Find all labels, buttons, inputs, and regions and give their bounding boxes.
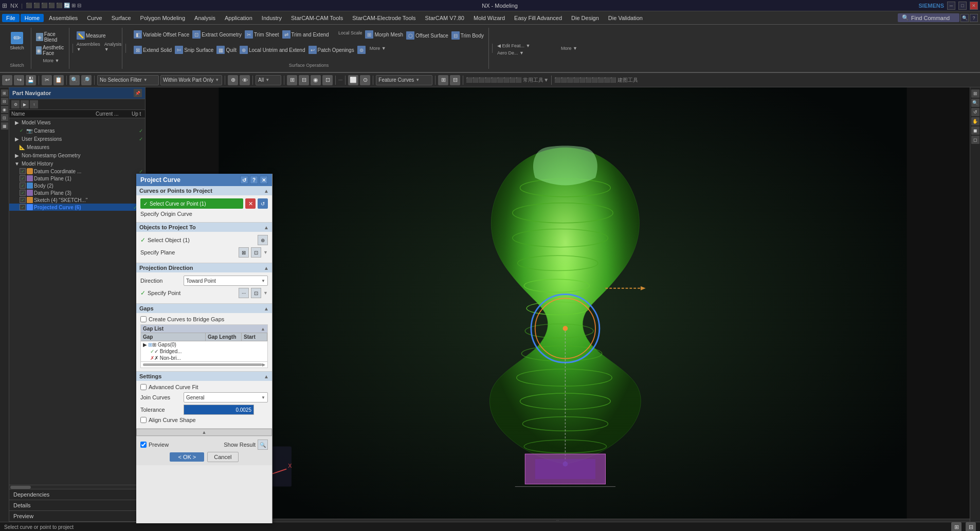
tb-undo[interactable]: ↩ xyxy=(2,75,12,85)
btn-assemblies[interactable]: Assemblies ▼ xyxy=(75,41,102,52)
nav-pin-btn[interactable]: 📌 xyxy=(134,89,142,97)
cycle-curve-btn[interactable]: ↺ xyxy=(258,198,268,209)
btn-measure[interactable]: 📏 Measure xyxy=(75,31,123,40)
tb-icon-7[interactable]: ⊞ xyxy=(438,75,448,85)
menu-item-die-design[interactable]: Die Design xyxy=(567,14,603,22)
tb-icon-4[interactable]: ⊡ xyxy=(322,75,333,85)
nav-item-datum-coord[interactable]: ✓ Datum Coordinate ... ✓ xyxy=(9,168,145,175)
side-btn-2[interactable]: ⊟ xyxy=(1,98,8,105)
align-curve-checkbox[interactable] xyxy=(140,417,147,423)
vp-tb-view2[interactable]: ◻ xyxy=(971,136,979,144)
nav-scrollbar-h[interactable] xyxy=(9,485,145,489)
nav-item-body-2[interactable]: ✓ Body (2) ✓ xyxy=(9,182,145,189)
nav-item-datum-plane-1[interactable]: ✓ Datum Plane (1) ✓ xyxy=(9,175,145,182)
menu-item-industry[interactable]: Industry xyxy=(258,14,286,22)
btn-trim-body[interactable]: ⊠ Extend Solid xyxy=(132,45,173,54)
advanced-curve-fit-label[interactable]: Advanced Curve Fit xyxy=(140,384,198,390)
menu-item-starcam-elec[interactable]: StarCAM-Electrode Tools xyxy=(348,14,420,22)
status-icon-2[interactable]: ⊟ xyxy=(966,522,976,532)
side-btn-1[interactable]: ⊞ xyxy=(1,89,8,97)
tb-cut[interactable]: ✂ xyxy=(42,75,52,85)
specify-point-btn2[interactable]: ⊡ xyxy=(251,288,261,298)
tb-icon-6[interactable]: ⊙ xyxy=(360,75,370,85)
btn-edit-features[interactable]: ◀ Edit Feat... ▼ xyxy=(496,43,557,49)
cancel-curve-btn[interactable]: ✕ xyxy=(245,198,256,209)
align-curve-label[interactable]: Align Curve Shape xyxy=(140,417,196,423)
vp-tb-pan[interactable]: ✋ xyxy=(971,117,979,125)
menu-item-surface[interactable]: Surface xyxy=(107,14,135,22)
btn-aero-design[interactable]: Aero De... ▼ xyxy=(496,50,557,56)
tb-zoom-in[interactable]: 🔍 xyxy=(69,75,80,85)
ribbon-btn-more[interactable]: More ▼ xyxy=(34,58,68,64)
btn-local-untrim[interactable]: ↩ Patch Openings xyxy=(307,45,356,54)
nav-item-user-expressions[interactable]: ▶ User Expressions ✓ xyxy=(9,135,145,143)
nav-item-model-history[interactable]: ▼ Model History xyxy=(9,159,145,168)
create-curves-label[interactable]: Create Curves to Bridge Gaps xyxy=(140,316,224,322)
vp-tb-rotate[interactable]: ↺ xyxy=(971,108,979,116)
btn-extract-geometry[interactable]: ⊡ Extract Geometry xyxy=(191,30,243,39)
show-result-btn[interactable]: 🔍 xyxy=(258,440,268,450)
menu-item-home[interactable]: Home xyxy=(21,14,44,22)
accordion-header-preview[interactable]: Preview ▼ xyxy=(9,511,145,521)
feature-curves-dropdown[interactable]: Feature Curves ▼ xyxy=(376,75,432,85)
nav-item-cameras[interactable]: ✓ 📷 Cameras ✓ xyxy=(9,126,145,135)
accordion-header-details[interactable]: Details ▼ xyxy=(9,500,145,510)
ribbon-btn-aesthetic-face[interactable]: ◉ Aesthetic Face xyxy=(34,44,68,57)
menu-item-easy-fill[interactable]: Easy Fill Advanced xyxy=(510,14,566,22)
dialog-refresh-btn[interactable]: ↺ xyxy=(240,176,248,184)
nav-tb-3[interactable]: ↑ xyxy=(30,100,38,108)
btn-patch-openings[interactable]: ⊚ xyxy=(356,45,368,54)
side-btn-5[interactable]: ▦ xyxy=(1,122,8,130)
menu-item-die-validation[interactable]: Die Validation xyxy=(604,14,647,22)
btn-morph-mesh[interactable]: ⬡ Offset Surface xyxy=(405,31,450,40)
menu-item-analysis[interactable]: Analysis xyxy=(190,14,220,22)
select-object-btn1[interactable]: ⊕ xyxy=(258,235,268,245)
btn-variable-offset[interactable]: ◧ Variable Offset Face xyxy=(132,30,191,39)
btn-trim-sheet[interactable]: ✂ Trim Sheet xyxy=(243,30,281,39)
nav-item-projected-curve[interactable]: ✓ Projected Curve (6) ✓ ⬛ xyxy=(9,204,145,211)
menu-item-mold[interactable]: Mold Wizard xyxy=(469,14,509,22)
nav-tb-2[interactable]: ▶ xyxy=(21,100,29,108)
btn-offset-surface[interactable]: ⊟ Trim Body xyxy=(450,31,485,40)
direction-dropdown[interactable]: Toward Point ▼ xyxy=(184,276,268,286)
menu-item-file[interactable]: File xyxy=(2,14,20,22)
nav-item-measures[interactable]: 📐 Measures xyxy=(9,143,145,151)
nav-item-non-timestamp[interactable]: ▶ Non-timestamp Geometry xyxy=(9,151,145,159)
gap-row-gaps0[interactable]: ▶ ⊞ ⊞ Gaps(0) xyxy=(141,341,267,348)
tb-view-icon[interactable]: 👁 xyxy=(240,75,250,85)
create-curves-checkbox[interactable] xyxy=(140,316,147,322)
tb-save[interactable]: 💾 xyxy=(26,75,36,85)
work-part-dropdown[interactable]: Within Work Part Only ▼ xyxy=(160,75,222,85)
btn-quilt[interactable]: ▦ Quilt xyxy=(215,45,238,54)
tb-icon-8[interactable]: ⊟ xyxy=(450,75,460,85)
menu-item-polygon[interactable]: Polygon Modeling xyxy=(136,14,189,22)
btn-local-scale[interactable]: Local Scale xyxy=(337,30,364,36)
settings-section-header[interactable]: Settings ▲ xyxy=(136,372,272,381)
tb-icon-2[interactable]: ⊟ xyxy=(299,75,309,85)
vp-tb-fit[interactable]: ⊞ xyxy=(971,89,979,98)
nav-item-model-views[interactable]: ▶ Model Views xyxy=(9,118,145,126)
tb-icon-1[interactable]: ⊞ xyxy=(287,75,297,85)
tb-zoom-out[interactable]: 🔎 xyxy=(81,75,92,85)
select-curve-bar[interactable]: ✓ Select Curve or Point (1) xyxy=(140,198,243,209)
cancel-button[interactable]: Cancel xyxy=(207,452,238,462)
nav-item-datum-plane-3[interactable]: ✓ Datum Plane (3) ✓ xyxy=(9,189,145,196)
preview-checkbox[interactable] xyxy=(140,442,147,448)
specify-point-btn1[interactable]: ··· xyxy=(239,288,249,298)
find-command[interactable]: 🔍 Find Command xyxy=(898,13,959,22)
tb-icon-3[interactable]: ◉ xyxy=(311,75,321,85)
dialog-scroll-up[interactable]: ▲ xyxy=(136,429,272,436)
proj-dir-section-header[interactable]: Projection Direction ▲ xyxy=(136,263,272,272)
gap-row-non-bridged[interactable]: ✗ ✗ Non-bri... xyxy=(141,355,267,361)
side-btn-4[interactable]: ⊡ xyxy=(1,114,8,121)
tb-icon-5[interactable]: ⬜ xyxy=(348,75,358,85)
minimize-button[interactable]: ─ xyxy=(947,2,955,10)
specify-plane-btn2[interactable]: ⊡ xyxy=(251,247,261,258)
btn-analysis[interactable]: Analysis ▼ xyxy=(103,41,123,52)
specify-plane-btn1[interactable]: ⊠ xyxy=(239,247,249,258)
tb-paste[interactable]: 📋 xyxy=(53,75,64,85)
gap-list-header[interactable]: Gap List ▲ xyxy=(141,325,267,333)
curves-section-header[interactable]: Curves or Points to Project ▲ xyxy=(136,186,272,195)
gap-row-bridged[interactable]: ✓ ✓ Bridged... xyxy=(141,348,267,355)
advanced-curve-fit-checkbox[interactable] xyxy=(140,384,147,390)
